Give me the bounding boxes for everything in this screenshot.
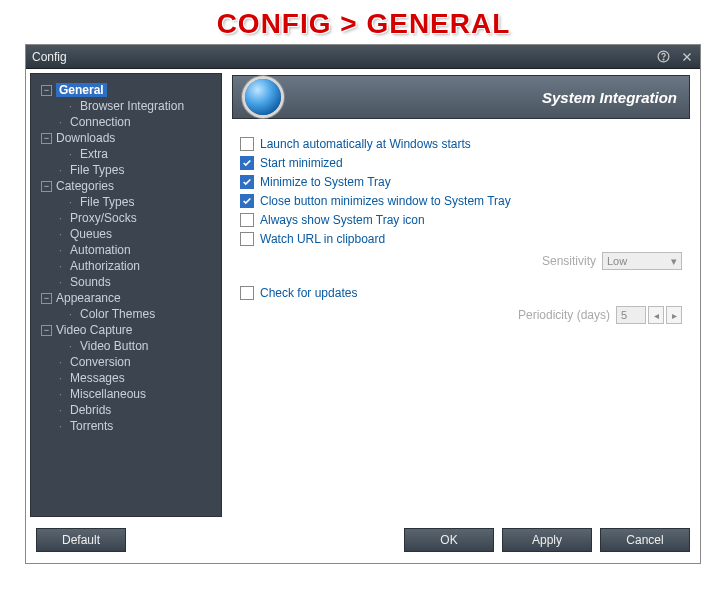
sidebar-item-label: File Types: [70, 163, 124, 177]
sidebar-item-queues[interactable]: ·Queues: [37, 226, 215, 242]
checkbox[interactable]: [240, 213, 254, 227]
globe-icon: [245, 79, 281, 115]
sidebar-item-general[interactable]: −General: [37, 82, 215, 98]
option-label: Close button minimizes window to System …: [260, 194, 511, 208]
checkbox[interactable]: [240, 137, 254, 151]
sensitivity-select: Low ▾: [602, 252, 682, 270]
periodicity-value: 5: [621, 309, 627, 321]
apply-button[interactable]: Apply: [502, 528, 592, 552]
checkbox[interactable]: [240, 286, 254, 300]
close-icon[interactable]: [680, 50, 694, 64]
tree-bullet-icon: ·: [55, 165, 66, 176]
tree-expander-icon[interactable]: −: [41, 133, 52, 144]
sidebar-item-label: Debrids: [70, 403, 111, 417]
tree-expander-icon[interactable]: −: [41, 181, 52, 192]
sidebar-item-label: Torrents: [70, 419, 113, 433]
tree-expander-icon[interactable]: −: [41, 85, 52, 96]
option-launch-at-start[interactable]: Launch automatically at Windows starts: [240, 137, 682, 151]
sidebar-item-file-types[interactable]: ·File Types: [37, 162, 215, 178]
sidebar-item-label: Categories: [56, 179, 114, 193]
tree-expander-icon[interactable]: −: [41, 293, 52, 304]
sidebar-item-torrents[interactable]: ·Torrents: [37, 418, 215, 434]
sidebar-item-file-types[interactable]: ·File Types: [37, 194, 215, 210]
help-icon[interactable]: [656, 50, 670, 64]
sidebar-item-label: Miscellaneous: [70, 387, 146, 401]
page-banner: CONFIG > GENERAL: [0, 0, 727, 44]
sidebar-item-label: Downloads: [56, 131, 115, 145]
section-header: System Integration: [232, 75, 690, 119]
sidebar-item-label: Appearance: [56, 291, 121, 305]
option-start-minimized[interactable]: Start minimized: [240, 156, 682, 170]
sidebar-item-categories[interactable]: −Categories: [37, 178, 215, 194]
sidebar-item-connection[interactable]: ·Connection: [37, 114, 215, 130]
sidebar-item-label: Messages: [70, 371, 125, 385]
checkbox[interactable]: [240, 156, 254, 170]
sidebar-item-video-button[interactable]: ·Video Button: [37, 338, 215, 354]
sidebar-item-label: Video Button: [80, 339, 149, 353]
sidebar-item-label: Connection: [70, 115, 131, 129]
option-minimize-tray[interactable]: Minimize to System Tray: [240, 175, 682, 189]
section-title: System Integration: [542, 89, 677, 106]
checkbox[interactable]: [240, 194, 254, 208]
checkbox[interactable]: [240, 232, 254, 246]
sidebar-item-miscellaneous[interactable]: ·Miscellaneous: [37, 386, 215, 402]
option-label: Check for updates: [260, 286, 357, 300]
svg-point-1: [663, 59, 664, 60]
sidebar-item-debrids[interactable]: ·Debrids: [37, 402, 215, 418]
option-always-tray-icon[interactable]: Always show System Tray icon: [240, 213, 682, 227]
default-button[interactable]: Default: [36, 528, 126, 552]
tree-bullet-icon: ·: [55, 261, 66, 272]
option-label: Minimize to System Tray: [260, 175, 391, 189]
ok-button[interactable]: OK: [404, 528, 494, 552]
option-label: Watch URL in clipboard: [260, 232, 385, 246]
chevron-down-icon: ▾: [671, 255, 677, 268]
sidebar-item-messages[interactable]: ·Messages: [37, 370, 215, 386]
tree-bullet-icon: ·: [65, 149, 76, 160]
tree-bullet-icon: ·: [55, 277, 66, 288]
option-label: Start minimized: [260, 156, 343, 170]
sidebar-item-label: Proxy/Socks: [70, 211, 137, 225]
sidebar-item-downloads[interactable]: −Downloads: [37, 130, 215, 146]
sidebar-item-authorization[interactable]: ·Authorization: [37, 258, 215, 274]
sidebar-item-color-themes[interactable]: ·Color Themes: [37, 306, 215, 322]
sidebar-item-label: Authorization: [70, 259, 140, 273]
sidebar-item-label: Browser Integration: [80, 99, 184, 113]
sidebar-item-video-capture[interactable]: −Video Capture: [37, 322, 215, 338]
tree-bullet-icon: ·: [55, 229, 66, 240]
tree-bullet-icon: ·: [65, 197, 76, 208]
tree-expander-icon[interactable]: −: [41, 325, 52, 336]
sidebar-item-label: General: [56, 83, 107, 97]
window-title: Config: [32, 50, 67, 64]
option-check-updates[interactable]: Check for updates: [240, 286, 682, 300]
sidebar-item-appearance[interactable]: −Appearance: [37, 290, 215, 306]
config-window: Config −General·Browser Integration·Conn…: [25, 44, 701, 564]
sidebar-item-conversion[interactable]: ·Conversion: [37, 354, 215, 370]
periodicity-decrement: ◂: [648, 306, 664, 324]
sidebar: −General·Browser Integration·Connection−…: [30, 73, 222, 517]
tree-bullet-icon: ·: [55, 245, 66, 256]
tree-bullet-icon: ·: [65, 101, 76, 112]
footer: Default OK Apply Cancel: [26, 521, 700, 559]
sidebar-item-label: File Types: [80, 195, 134, 209]
sidebar-item-extra[interactable]: ·Extra: [37, 146, 215, 162]
tree-bullet-icon: ·: [55, 389, 66, 400]
sidebar-item-label: Queues: [70, 227, 112, 241]
option-close-to-tray[interactable]: Close button minimizes window to System …: [240, 194, 682, 208]
option-label: Launch automatically at Windows starts: [260, 137, 471, 151]
periodicity-increment: ▸: [666, 306, 682, 324]
option-watch-clipboard[interactable]: Watch URL in clipboard: [240, 232, 682, 246]
cancel-button[interactable]: Cancel: [600, 528, 690, 552]
checkbox[interactable]: [240, 175, 254, 189]
tree-bullet-icon: ·: [55, 421, 66, 432]
sensitivity-row: Sensitivity Low ▾: [240, 252, 682, 270]
sidebar-item-browser-integration[interactable]: ·Browser Integration: [37, 98, 215, 114]
sidebar-item-label: Automation: [70, 243, 131, 257]
sidebar-item-sounds[interactable]: ·Sounds: [37, 274, 215, 290]
tree-bullet-icon: ·: [55, 357, 66, 368]
sidebar-item-label: Video Capture: [56, 323, 133, 337]
tree-bullet-icon: ·: [55, 213, 66, 224]
sidebar-item-proxy-socks[interactable]: ·Proxy/Socks: [37, 210, 215, 226]
sidebar-item-automation[interactable]: ·Automation: [37, 242, 215, 258]
periodicity-label: Periodicity (days): [518, 308, 610, 322]
tree-bullet-icon: ·: [55, 405, 66, 416]
